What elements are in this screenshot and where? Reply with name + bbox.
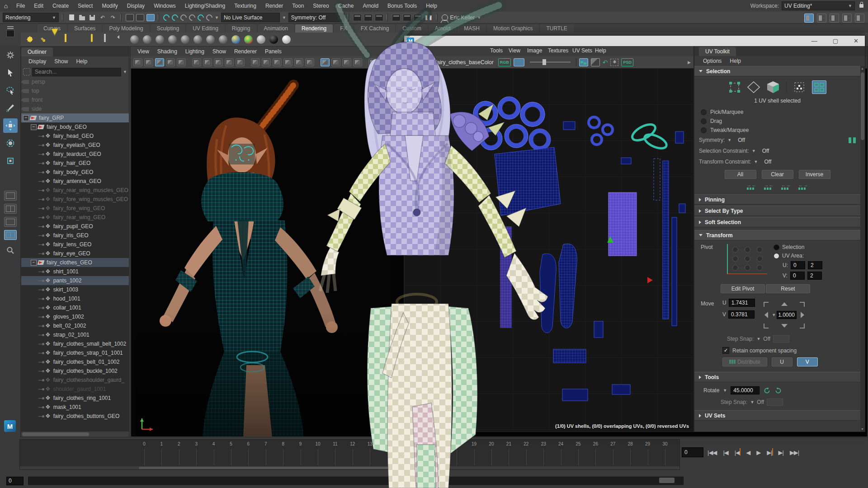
section-select-by-type[interactable]: Select By Type	[694, 206, 860, 216]
psd-export-icon[interactable]: PSD	[621, 58, 633, 66]
retain-spacing-row[interactable]: ✓ Retain component spacing	[694, 343, 860, 354]
undo-icon[interactable]: ↶	[99, 14, 107, 22]
outliner-row[interactable]: − collar_1001	[21, 303, 129, 312]
pivot-uv-area-radio[interactable]	[774, 253, 779, 259]
viewport-toolbar-icon[interactable]	[214, 58, 223, 66]
shrink-selection-icon[interactable]: →←	[747, 183, 757, 190]
spot-light-icon[interactable]	[52, 35, 61, 44]
uv-editor-menu-item[interactable]: View	[509, 47, 520, 54]
move-up-right-button[interactable]	[800, 302, 805, 307]
expander-icon[interactable]: −	[23, 115, 29, 121]
chevron-down-icon[interactable]: ▼	[723, 388, 727, 393]
snap-projected-center-icon[interactable]	[188, 13, 197, 22]
chevron-down-icon[interactable]: ▼	[427, 60, 431, 65]
image-dim-slider[interactable]	[530, 61, 571, 63]
layout-single-pane-button[interactable]	[4, 191, 17, 201]
shelf-tab[interactable]: Arnold	[429, 24, 457, 33]
outliner-row[interactable]: − belt_02_1002	[21, 321, 129, 330]
distribute-v-button[interactable]: V	[797, 357, 818, 366]
viewport-toolbar-icon[interactable]	[203, 58, 212, 66]
select-uv-shell-icon[interactable]	[812, 80, 826, 94]
checkbox-checked-icon[interactable]: ✓	[722, 347, 729, 354]
playback-button[interactable]: ▶|	[778, 449, 783, 456]
move-down-left-button[interactable]	[764, 324, 769, 328]
move-tool-icon[interactable]	[3, 118, 18, 133]
move-down-button[interactable]	[781, 324, 788, 328]
move-step-field[interactable]: 1.0000	[777, 311, 797, 319]
zoom-tool-icon[interactable]	[3, 243, 18, 258]
menu-item[interactable]: Edit	[29, 3, 48, 9]
outliner-row[interactable]: − pants_1002	[21, 276, 129, 285]
shelf-tab[interactable]: Rigging	[226, 24, 257, 33]
render-frame-icon[interactable]	[392, 14, 401, 21]
menu-item[interactable]: Render	[261, 3, 288, 9]
new-scene-icon[interactable]	[67, 14, 75, 22]
expander-icon[interactable]: −	[31, 124, 37, 130]
pivot-u-min-field[interactable]: 0	[791, 261, 805, 269]
playback-button[interactable]: ◀	[746, 449, 750, 456]
viewport-toolbar-icon[interactable]	[331, 58, 340, 66]
pivot-selection-radio[interactable]	[774, 244, 779, 250]
filter-icon[interactable]	[23, 68, 30, 75]
current-frame-field[interactable]: 0	[682, 447, 703, 457]
workspace-lock-icon[interactable]	[859, 4, 863, 8]
sidebar-toggle-channel-box[interactable]	[855, 14, 864, 23]
snap-view-plane-icon[interactable]	[196, 13, 205, 22]
uv-editor-title-bar[interactable]: M — ▢ ✕	[404, 36, 865, 46]
viewport-toolbar-icon[interactable]	[166, 58, 175, 66]
outliner-row[interactable]: − fairy_clothes_buttons_GEO	[21, 412, 129, 421]
outliner-row[interactable]: − mask_1001	[21, 403, 129, 412]
standard-surface-material-icon[interactable]	[130, 35, 139, 44]
viewport-menu-item[interactable]: Renderer	[230, 48, 261, 55]
move-step-snap-row[interactable]: Step Snap: ▼ Off	[694, 331, 860, 343]
select-edge-icon[interactable]	[747, 81, 760, 93]
texture-display-icon[interactable]	[407, 59, 414, 66]
distribute-u-button[interactable]: U	[772, 357, 793, 366]
snap-point-icon[interactable]	[179, 13, 188, 22]
select-object-icon[interactable]	[136, 14, 144, 21]
menu-item[interactable]: Help	[421, 3, 442, 9]
viewport-toolbar-icon[interactable]	[273, 58, 282, 66]
settings-gear-icon[interactable]	[3, 48, 18, 62]
select-component-icon[interactable]	[146, 14, 155, 21]
viewport-toolbar-icon[interactable]	[262, 58, 271, 66]
chevron-down-icon[interactable]: ▼	[123, 70, 127, 74]
shelf-tab[interactable]: Surfaces	[68, 24, 102, 33]
pivot-u-max-field[interactable]: 2	[808, 261, 822, 269]
shelf-tab[interactable]: UV Editing	[186, 24, 225, 33]
uv-grid-toggle-icon[interactable]	[579, 58, 588, 66]
chevron-down-icon[interactable]: ▼	[754, 160, 758, 164]
outliner-row[interactable]: − fairy_clothes_belt_01_1002	[21, 357, 129, 366]
playback-button[interactable]: ▶|	[767, 449, 772, 456]
layout-persp-outliner-button[interactable]	[4, 217, 17, 227]
outliner-row[interactable]: − fairy_fore_wing_GEO	[21, 204, 129, 213]
transform-constraint-row[interactable]: Transform Constraint: ▼ Off	[694, 156, 860, 167]
outliner-row[interactable]: − fairy_clothes_ring_1001	[21, 394, 129, 403]
edit-pivot-button[interactable]: Edit Pivot	[721, 284, 765, 293]
viewport-toolbar-icon[interactable]	[283, 58, 292, 66]
pivot-v-min-field[interactable]: 0	[790, 272, 805, 280]
sidebar-toggle-attribute-editor[interactable]	[830, 14, 839, 23]
image-plane-icon[interactable]	[104, 35, 113, 44]
workspace-selector[interactable]: UV Editing* ▼	[782, 1, 855, 10]
rotate-tool-icon[interactable]	[3, 136, 18, 150]
toolkit-scrollbar[interactable]	[860, 66, 865, 432]
uv-toolkit-tab[interactable]: UV Toolkit	[699, 47, 736, 56]
rgb-channels-icon[interactable]: RGB	[498, 58, 511, 66]
uv-canvas[interactable]: (1/0) UV shells, (0/0) overlapping UVs, …	[404, 68, 693, 432]
texture-name[interactable]: fairy_clothes_baseColor	[435, 59, 494, 66]
open-scene-icon[interactable]	[78, 14, 86, 22]
blinn-material-icon[interactable]	[156, 35, 164, 44]
outliner-row[interactable]: − fairy_hair_GEO	[21, 159, 129, 168]
outliner-row[interactable]: − fairy_tearduct_GEO	[21, 150, 129, 159]
section-selection[interactable]: Selection	[694, 66, 860, 76]
black-hole-material-icon[interactable]	[269, 35, 278, 44]
outliner-row[interactable]: − fairy_GRP	[21, 113, 129, 122]
rotate-step-snap-row[interactable]: Step Snap: ▼ Off	[694, 394, 860, 406]
move-up-left-button[interactable]	[764, 302, 769, 307]
layered-shader-icon[interactable]	[206, 35, 215, 44]
expander-icon[interactable]: −	[31, 260, 37, 266]
viewport-toolbar-icon[interactable]	[225, 58, 234, 66]
shelf-tab[interactable]: FX	[334, 24, 353, 33]
chevron-down-icon[interactable]: ▼	[215, 15, 219, 20]
